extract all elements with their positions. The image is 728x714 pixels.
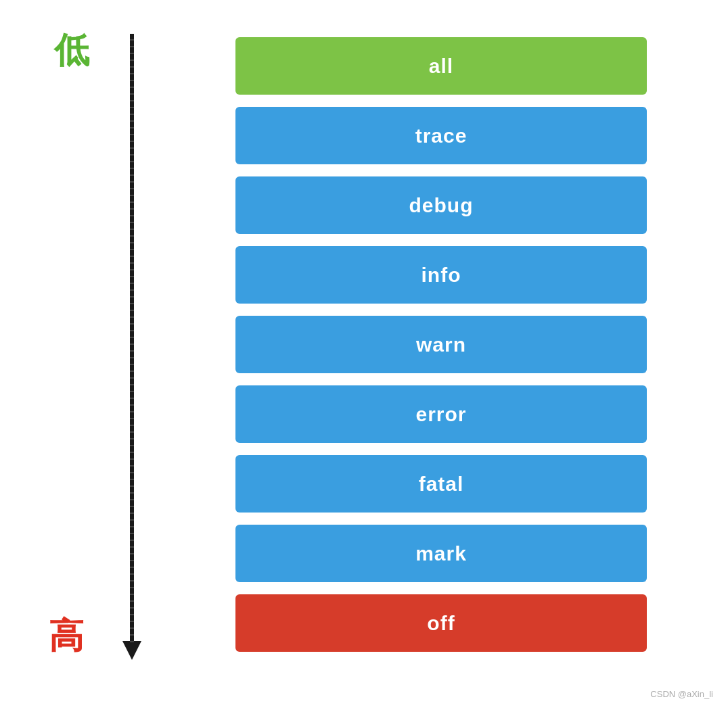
level-label-trace: trace bbox=[415, 124, 468, 147]
arrow-line bbox=[130, 34, 134, 642]
level-bar-all: all bbox=[235, 37, 647, 95]
level-bar-warn: warn bbox=[235, 316, 647, 373]
level-label-all: all bbox=[429, 55, 453, 78]
level-bar-off: off bbox=[235, 594, 647, 652]
level-label-mark: mark bbox=[415, 542, 467, 565]
level-bar-debug: debug bbox=[235, 176, 647, 234]
level-bar-error: error bbox=[235, 385, 647, 443]
level-label-error: error bbox=[415, 403, 466, 426]
low-label: 低 bbox=[54, 27, 89, 74]
level-bar-trace: trace bbox=[235, 107, 647, 164]
level-label-off: off bbox=[427, 612, 455, 635]
priority-arrow bbox=[125, 34, 139, 683]
level-bar-info: info bbox=[235, 246, 647, 304]
levels-list: alltracedebuginfowarnerrorfatalmarkoff bbox=[235, 37, 647, 652]
level-label-warn: warn bbox=[416, 333, 466, 356]
level-bar-mark: mark bbox=[235, 525, 647, 582]
high-label: 高 bbox=[49, 613, 84, 660]
level-label-fatal: fatal bbox=[419, 473, 464, 496]
watermark: CSDN @aXin_li bbox=[650, 689, 713, 699]
level-label-info: info bbox=[422, 264, 461, 287]
level-bar-fatal: fatal bbox=[235, 455, 647, 513]
level-label-debug: debug bbox=[409, 194, 474, 217]
arrow-head bbox=[122, 641, 141, 660]
